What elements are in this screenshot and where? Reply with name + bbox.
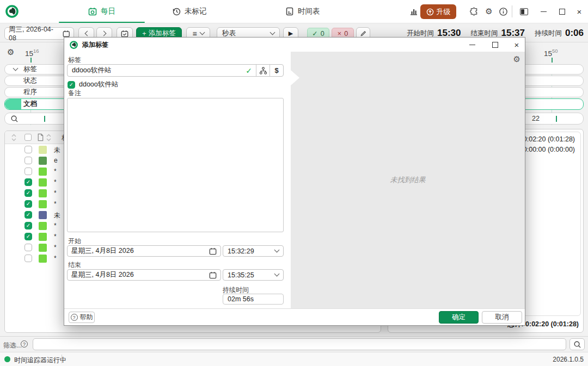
row-checkbox[interactable]: ✓ [24, 178, 32, 186]
help-button[interactable]: ? 帮助 [69, 312, 95, 323]
minimize-button[interactable] [537, 5, 550, 17]
sort-icon[interactable] [46, 134, 51, 141]
filter-search-button[interactable] [569, 338, 585, 350]
title-tab-bar: 每日 未标记 时间表 统计信息 升级 ⚙ × [0, 0, 588, 23]
time-tick [552, 58, 553, 63]
chevron-down-icon [274, 271, 280, 277]
dialog-footer: ? 帮助 确定 取消 [64, 308, 525, 325]
no-results-text: 未找到结果 [291, 175, 525, 185]
dialog-maximize-button[interactable] [488, 39, 502, 50]
note-textarea[interactable] [67, 98, 284, 232]
tracker-status-text: 时间追踪器运行中 [14, 356, 66, 365]
app-window: 每日 未标记 时间表 统计信息 升级 ⚙ × [0, 0, 588, 366]
row-checkbox[interactable]: ✓ [24, 168, 32, 175]
duration-label: 持续时间 [535, 29, 562, 38]
app-logo-icon [5, 5, 19, 18]
calendar-icon [209, 247, 217, 255]
divider [62, 355, 62, 363]
start-time-select[interactable]: 15:32:29 [223, 245, 284, 257]
tag-hierarchy-button[interactable] [256, 65, 270, 76]
row-checkbox[interactable]: ✓ [24, 146, 32, 153]
tag-name: e [54, 157, 58, 164]
chevron-down-icon [270, 30, 275, 35]
filter-help-icon[interactable]: ? [21, 340, 28, 348]
search-result-marker [44, 116, 45, 122]
check-icon: ✓ [69, 82, 74, 88]
maximize-button[interactable] [555, 5, 568, 17]
tab-schedule[interactable]: 时间表 [285, 0, 320, 23]
duration-input[interactable] [223, 294, 284, 305]
start-date-value: 星期三, 4月8日 2026 [71, 246, 134, 256]
dialog-title: 添加标签 [82, 40, 108, 49]
tag-color-swatch [39, 200, 47, 208]
dollar-icon: $ [274, 66, 278, 75]
tag-color-swatch [39, 255, 47, 263]
tag-name: * [54, 244, 57, 251]
tag-input[interactable]: ddooo软件站 [68, 66, 242, 75]
about-button[interactable] [498, 6, 509, 17]
dialog-minimize-button[interactable] [465, 39, 479, 50]
upgrade-button[interactable]: 升级 [420, 4, 456, 19]
minimize-icon [469, 45, 475, 45]
search-result-marker [556, 116, 557, 122]
timeline-settings-button[interactable]: ⚙ [7, 47, 14, 57]
note-field-label: 备注 [68, 89, 81, 98]
settings-button[interactable]: ⚙ [483, 6, 494, 17]
tag-name: * [54, 222, 57, 229]
calendar-check-icon [121, 30, 128, 38]
check-icon: ✓ [26, 234, 30, 239]
dialog-close-button[interactable]: × [510, 39, 524, 50]
ok-button[interactable]: 确定 [439, 311, 479, 324]
filter-input[interactable] [33, 338, 566, 350]
app-version: 2026.1.0.5 [553, 356, 584, 363]
tag-name: * [54, 189, 57, 197]
dialog-titlebar[interactable]: 添加标签 × [64, 38, 525, 52]
puzzle-icon [469, 7, 479, 16]
tab-daily-label: 每日 [101, 7, 115, 16]
tag-suggestion-row[interactable]: ✓ ddooo软件站 [68, 80, 118, 89]
start-field-label: 开始 [68, 237, 81, 246]
row-checkbox[interactable]: ✓ [24, 222, 32, 229]
end-date-picker[interactable]: 星期三, 4月8日 2026 [67, 269, 221, 281]
row-checkbox[interactable]: ✓ [24, 233, 32, 240]
row-checkbox[interactable]: ✓ [24, 157, 32, 164]
end-time-select[interactable]: 15:35:25 [223, 269, 284, 281]
row-checkbox[interactable]: ✓ [24, 255, 32, 262]
panel-settings-button[interactable]: ⚙ [513, 54, 520, 64]
tab-daily[interactable]: 每日 [59, 0, 145, 23]
track-label: 状态 [23, 76, 37, 85]
help-label: 帮助 [80, 313, 93, 322]
timeline-segment[interactable] [5, 99, 21, 109]
start-date-picker[interactable]: 星期三, 4月8日 2026 [67, 245, 221, 257]
billing-button[interactable]: $ [270, 65, 283, 76]
start-time-label: 开始时间 [407, 29, 434, 38]
tag-color-swatch [39, 189, 47, 197]
chevron-right-icon [101, 31, 106, 36]
cancel-button[interactable]: 取消 [482, 311, 522, 324]
tag-suggestion-label: ddooo软件站 [79, 80, 118, 89]
row-checkbox[interactable]: ✓ [24, 189, 32, 197]
info-icon [499, 7, 508, 16]
tab-schedule-label: 时间表 [298, 7, 320, 16]
chevron-down-icon [274, 247, 280, 253]
tag-name: * [54, 200, 57, 208]
row-checkbox[interactable]: ✓ [24, 244, 32, 251]
row-checkbox[interactable]: ✓ [24, 211, 32, 219]
row-checkbox[interactable]: ✓ [24, 200, 32, 208]
close-button[interactable]: × [573, 5, 586, 17]
collapse-chevron-icon[interactable] [13, 66, 19, 71]
tab-untagged[interactable]: 未标记 [172, 0, 207, 23]
select-all-checkbox[interactable] [24, 134, 32, 141]
plugins-button[interactable] [468, 6, 479, 17]
tag-suggestion-checkbox[interactable]: ✓ [68, 81, 75, 89]
tag-color-swatch [39, 244, 47, 252]
dock-layout-button[interactable] [517, 5, 530, 17]
close-icon: × [514, 41, 519, 49]
calendar-day-icon [88, 7, 97, 16]
end-time-value: 15:35:25 [228, 271, 254, 279]
sort-icon[interactable] [11, 134, 16, 141]
bar-chart-icon [409, 7, 418, 16]
dialog-results-panel: ⚙ 未找到结果 [291, 52, 525, 308]
check-icon: ✓ [312, 29, 317, 38]
plus-icon: + [142, 30, 146, 38]
